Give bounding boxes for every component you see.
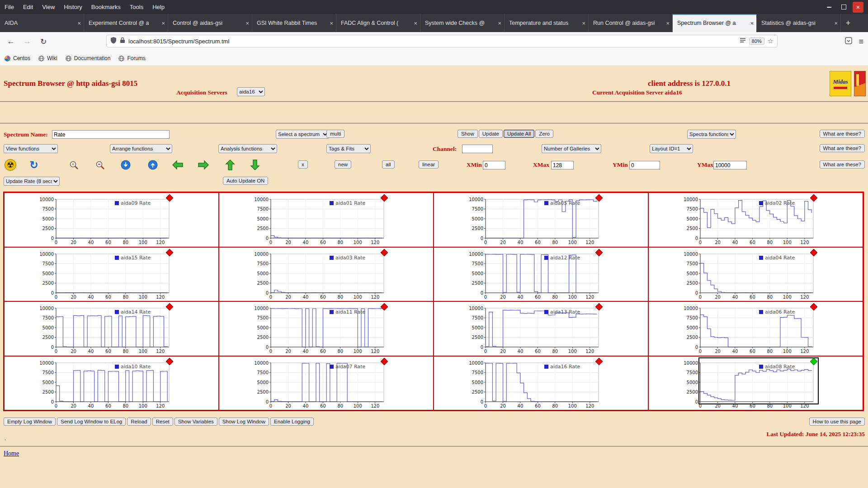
tab-run-control-aidas-gsi[interactable]: Run Control @ aidas-gsi× [589,14,673,32]
spectrum-cell-aida03[interactable]: 025005000750010000020406080100120aida03 … [219,247,434,302]
spectrum-chart[interactable]: 025005000750010000020406080100120aida16 … [462,357,611,410]
new-button[interactable]: new [335,160,351,169]
spectrum-chart[interactable]: 025005000750010000020406080100120aida15 … [33,249,182,301]
empty-log-window[interactable]: Empty Log Window [4,418,56,426]
menu-file[interactable]: File [0,0,19,14]
tab-control-aidas-gsi[interactable]: Control @ aidas-gsi× [168,14,252,32]
arrange-functions-dropdown[interactable]: Arrange functions [110,144,172,153]
green-arrow-up-icon[interactable] [224,159,236,171]
view-functions-dropdown[interactable]: View functions [4,144,58,153]
x-button[interactable]: x [298,160,308,169]
spectrum-cell-aida12[interactable]: 025005000750010000020406080100120aida12 … [434,247,648,302]
spectrum-chart[interactable]: 025005000750010000020406080100120aida04 … [677,249,826,301]
tab-experiment-control-a[interactable]: Experiment Control @ a× [84,14,168,32]
tab-close-icon[interactable]: × [161,20,165,27]
spectrum-cell-aida07[interactable]: 025005000750010000020406080100120aida07 … [219,356,434,411]
xmax-input[interactable] [551,161,574,169]
spectrum-cell-aida16[interactable]: 025005000750010000020406080100120aida16 … [434,356,648,411]
analysis-functions-dropdown[interactable]: Analysis functions [218,144,277,153]
tab-aida[interactable]: AIDA× [0,14,84,32]
green-arrow-right-icon[interactable] [198,159,209,171]
green-arrow-down-icon[interactable] [249,159,261,171]
layout-id-dropdown[interactable]: Layout ID=1 [650,144,693,153]
green-arrow-left-icon[interactable] [172,159,184,171]
update-button[interactable]: Update [479,130,503,138]
spectrum-cell-aida14[interactable]: 025005000750010000020406080100120aida14 … [4,301,219,356]
send-log-window-to-elog[interactable]: Send Log Window to ELog [57,418,126,426]
reload[interactable]: Reload [127,418,151,426]
spectrum-cell-aida01[interactable]: 025005000750010000020406080100120aida01 … [219,192,434,247]
spectrum-cell-aida15[interactable]: 025005000750010000020406080100120aida15 … [4,247,219,302]
what-are-these-button-3[interactable]: What are these? [820,160,865,169]
spectrum-chart[interactable]: 025005000750010000020406080100120aida02 … [677,194,826,246]
multi-button[interactable]: multi [326,130,344,138]
close-button[interactable]: × [853,2,863,13]
radioactive-icon[interactable]: ☢ [5,159,16,171]
tab-gsi-white-rabbit-times[interactable]: GSI White Rabbit Times× [252,14,336,32]
menu-history[interactable]: History [59,0,86,14]
tab-close-icon[interactable]: × [666,20,670,27]
tab-close-icon[interactable]: × [582,20,585,27]
zero-button[interactable]: Zero [535,130,553,138]
zoom-in-icon[interactable] [68,159,80,171]
bookmark-forums[interactable]: Forums [118,55,146,61]
tab-system-wide-checks[interactable]: System wide Checks @× [420,14,505,32]
spectrum-name-input[interactable] [52,130,170,139]
tab-statistics-aidas-gsi[interactable]: Statistics @ aidas-gsi× [757,14,841,32]
home-link[interactable]: Home [4,450,19,457]
menu-edit[interactable]: Edit [19,0,38,14]
tab-close-icon[interactable]: × [245,20,249,27]
spectrum-chart[interactable]: 025005000750010000020406080100120aida05 … [462,194,611,246]
zoom-level-badge[interactable]: 80% [749,38,764,45]
auto-update-button[interactable]: Auto Update ON [223,177,268,185]
what-are-these-button-1[interactable]: What are these? [820,130,865,138]
spectrum-cell-aida05[interactable]: 025005000750010000020406080100120aida05 … [434,192,648,247]
spectrum-chart[interactable]: 025005000750010000020406080100120aida01 … [247,194,396,246]
tab-close-icon[interactable]: × [77,20,81,27]
show-log-window[interactable]: Show Log Window [219,418,269,426]
bookmark-wiki[interactable]: Wiki [38,55,57,61]
bookmark-documentation[interactable]: Documentation [66,55,111,61]
pocket-icon[interactable] [845,37,852,46]
xmin-input[interactable] [483,161,505,169]
ymax-input[interactable] [713,161,747,169]
zoom-out-icon[interactable] [94,159,106,171]
select-spectrum-dropdown[interactable]: Select a spectrum [276,130,329,139]
new-tab-button[interactable]: + [841,14,855,32]
reset[interactable]: Reset [152,418,173,426]
shield-icon[interactable] [110,37,117,46]
forward-button[interactable]: → [21,35,33,48]
show-button[interactable]: Show [458,130,478,138]
tab-close-icon[interactable]: × [414,20,417,27]
url-bar[interactable]: localhost:8015/Spectrum/Spectrum.tml 80%… [106,35,778,47]
update-rate-dropdown[interactable]: Update Rate (8 secs) [4,177,60,186]
what-are-these-button-2[interactable]: What are these? [820,144,865,152]
back-button[interactable]: ← [5,35,17,48]
tab-fadc-align-control[interactable]: FADC Align & Control (× [336,14,420,32]
number-of-galleries-dropdown[interactable]: Number of Galleries [542,144,601,153]
acquisition-server-select[interactable]: aida16 [237,87,265,96]
tab-close-icon[interactable]: × [834,20,838,27]
spectrum-chart[interactable]: 025005000750010000020406080100120aida14 … [33,303,182,355]
lock-icon[interactable] [120,37,125,45]
menu-help[interactable]: Help [148,0,169,14]
reader-mode-icon[interactable] [740,37,746,45]
minimize-button[interactable] [824,2,835,13]
enable-logging[interactable]: Enable Logging [270,418,314,426]
blue-arrow-up-icon[interactable] [147,159,159,171]
spectrum-chart[interactable]: 025005000750010000020406080100120aida07 … [247,357,396,410]
spectra-functions-dropdown[interactable]: Spectra functions [687,130,736,139]
update-all-button[interactable]: Update All [504,130,534,138]
spectrum-chart[interactable]: 025005000750010000020406080100120aida03 … [247,249,396,301]
spectrum-chart[interactable]: 025005000750010000020406080100120aida13 … [462,303,611,355]
tab-close-icon[interactable]: × [330,20,333,27]
bookmark-star-icon[interactable]: ☆ [768,37,774,45]
spectrum-cell-aida11[interactable]: 025005000750010000020406080100120aida11 … [219,301,434,356]
spectrum-chart[interactable]: 025005000750010000020406080100120aida08 … [677,357,826,410]
spectrum-cell-aida04[interactable]: 025005000750010000020406080100120aida04 … [648,247,863,302]
how-to-use-button[interactable]: How to use this page [809,418,865,426]
reload-button[interactable]: ↻ [37,35,50,48]
tab-temperature-and-status[interactable]: Temperature and status× [505,14,589,32]
spectrum-cell-aida13[interactable]: 025005000750010000020406080100120aida13 … [434,301,648,356]
menu-view[interactable]: View [38,0,59,14]
